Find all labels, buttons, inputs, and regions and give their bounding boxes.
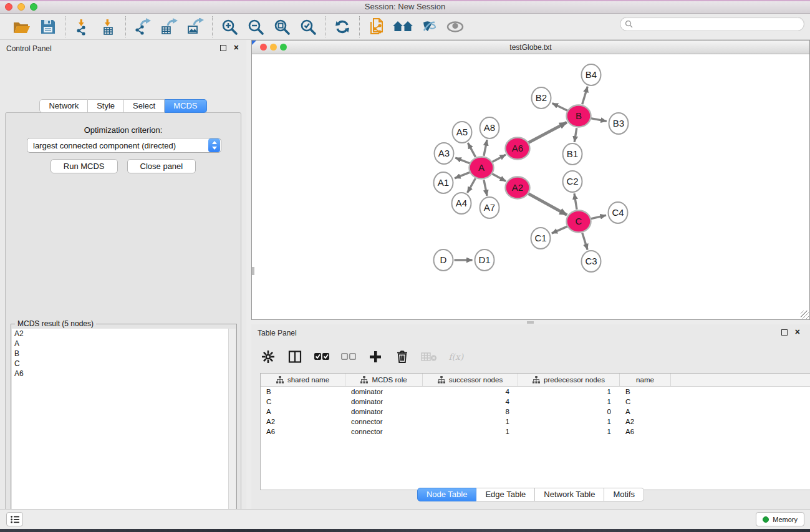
column-header-MCDS-role[interactable]: MCDS role [345, 374, 423, 386]
node-C1[interactable]: C1 [531, 228, 551, 249]
table-settings-icon[interactable] [260, 349, 276, 365]
node-A1[interactable]: A1 [434, 172, 453, 193]
save-session-icon[interactable] [37, 17, 59, 37]
criterion-dropdown[interactable]: largest connected component (directed) [27, 138, 221, 153]
edge-A-A4[interactable] [468, 178, 476, 193]
node-C2[interactable]: C2 [563, 171, 582, 192]
result-list-item[interactable]: A2 [12, 329, 236, 339]
result-scrollbar[interactable] [228, 329, 236, 532]
result-list-item[interactable]: A [12, 339, 236, 349]
node-A3[interactable]: A3 [435, 143, 454, 164]
edge-A6-B[interactable] [528, 122, 567, 143]
node-A6[interactable]: A6 [506, 138, 530, 160]
table-close-icon[interactable]: × [795, 326, 800, 337]
split-divider-handle[interactable] [527, 321, 534, 324]
edge-A-A5[interactable] [468, 143, 475, 157]
column-view-icon[interactable] [287, 349, 303, 365]
tab-motifs[interactable]: Motifs [604, 488, 644, 501]
edge-A-A2[interactable] [492, 173, 506, 181]
network-window-titlebar[interactable]: testGlobe.txt [252, 41, 809, 54]
table-row[interactable]: A6connector11A6 [261, 427, 810, 437]
table-row[interactable]: Adominator80A [261, 407, 810, 417]
node-D1[interactable]: D1 [475, 249, 494, 271]
column-header-shared-name[interactable]: shared name [261, 374, 345, 386]
run-mcds-button[interactable]: Run MCDS [51, 159, 118, 173]
zoom-in-icon[interactable] [219, 17, 240, 37]
result-list-item[interactable]: A6 [12, 369, 236, 379]
open-session-icon[interactable] [11, 17, 32, 37]
node-B4[interactable]: B4 [582, 64, 601, 85]
close-panel-button[interactable]: Close panel [127, 159, 196, 173]
show-view-icon[interactable] [445, 17, 466, 37]
home-overview-icon[interactable] [392, 17, 413, 37]
node-B[interactable]: B [567, 105, 591, 127]
show-panels-button[interactable] [6, 512, 23, 526]
node-A7[interactable]: A7 [480, 197, 499, 218]
node-A4[interactable]: A4 [452, 193, 471, 214]
zoom-fit-icon[interactable] [271, 17, 292, 37]
import-table-icon[interactable] [98, 17, 119, 37]
edge-B-B2[interactable] [552, 104, 568, 111]
memory-button[interactable]: Memory [756, 512, 804, 526]
edge-A2-C[interactable] [528, 193, 567, 215]
add-column-icon[interactable] [367, 349, 383, 365]
table-row[interactable]: Cdominator41C [261, 397, 810, 407]
resize-grip-icon[interactable] [801, 311, 809, 319]
export-network-icon[interactable] [132, 17, 153, 37]
export-table-icon[interactable] [158, 17, 180, 37]
export-image-icon[interactable] [185, 17, 206, 37]
mcds-result-list[interactable]: A2ABCA6 [12, 329, 236, 532]
tab-mcds[interactable]: MCDS [165, 99, 206, 113]
node-B2[interactable]: B2 [532, 87, 551, 109]
delete-column-icon[interactable] [394, 349, 410, 365]
edge-C-C4[interactable] [591, 215, 606, 219]
close-panel-icon[interactable]: × [234, 42, 239, 53]
edge-A-A6[interactable] [492, 155, 506, 162]
node-A5[interactable]: A5 [453, 122, 472, 143]
node-C4[interactable]: C4 [609, 202, 628, 223]
tab-network-table[interactable]: Network Table [535, 488, 604, 501]
deselect-all-checks-icon[interactable] [340, 349, 357, 365]
node-B3[interactable]: B3 [609, 113, 629, 134]
tab-select[interactable]: Select [124, 99, 165, 113]
node-C[interactable]: C [567, 211, 591, 233]
column-header-name[interactable]: name [620, 374, 671, 386]
column-header-predecessor-nodes[interactable]: predecessor nodes [518, 374, 620, 386]
node-D[interactable]: D [434, 249, 453, 271]
edge-A-A8[interactable] [484, 140, 487, 156]
tab-edge-table[interactable]: Edge Table [476, 488, 535, 501]
select-all-checks-icon[interactable] [314, 349, 330, 365]
network-canvas[interactable]: B4 B2 B B3 B1 C2 A5 A8 A6 A3 A A1 A4 A7 … [252, 54, 809, 319]
session-networks-icon[interactable] [366, 17, 387, 37]
float-panel-icon[interactable] [220, 45, 226, 51]
table-row[interactable]: A2connector11A2 [261, 417, 810, 427]
search-input[interactable] [633, 17, 804, 31]
node-A8[interactable]: A8 [480, 117, 499, 138]
search-field[interactable] [620, 17, 804, 31]
zoom-out-icon[interactable] [245, 17, 266, 37]
zoom-selected-icon[interactable] [297, 17, 319, 37]
edge-A-A3[interactable] [455, 158, 470, 163]
table-row[interactable]: Bdominator41B [261, 387, 810, 397]
frame-scroll-stub[interactable] [252, 267, 254, 275]
node-A2[interactable]: A2 [506, 177, 530, 199]
node-A[interactable]: A [470, 157, 494, 179]
edge-B-B1[interactable] [574, 128, 577, 142]
node-C3[interactable]: C3 [582, 251, 601, 272]
edge-C-C3[interactable] [582, 233, 587, 250]
edge-C-C2[interactable] [574, 193, 577, 209]
result-list-item[interactable]: C [12, 359, 236, 369]
refresh-icon[interactable] [332, 17, 353, 37]
node-B1[interactable]: B1 [563, 143, 582, 165]
edge-B-B4[interactable] [582, 87, 588, 105]
table-float-icon[interactable] [781, 329, 788, 336]
edge-B-B3[interactable] [591, 118, 607, 122]
tab-style[interactable]: Style [88, 99, 124, 113]
hide-graphics-details-icon[interactable] [418, 17, 440, 37]
import-network-icon[interactable] [72, 17, 93, 37]
edge-C-C1[interactable] [552, 226, 567, 233]
tab-network[interactable]: Network [39, 99, 88, 113]
tab-node-table[interactable]: Node Table [417, 488, 477, 501]
column-header-successor-nodes[interactable]: successor nodes [423, 374, 518, 386]
edge-A-A1[interactable] [455, 172, 470, 178]
